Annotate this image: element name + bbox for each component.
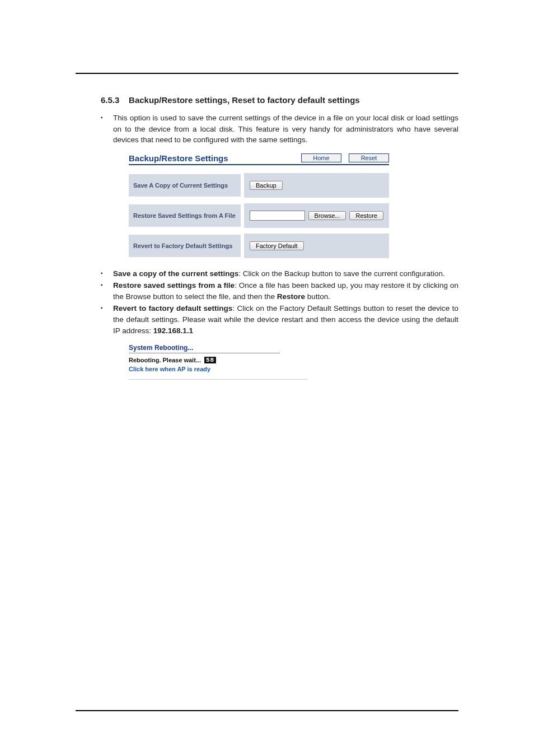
document-page: 6.5.3 Backup/Restore settings, Reset to …	[0, 0, 534, 756]
row-restore-label: Restore Saved Settings from A File	[129, 204, 241, 227]
row-revert-controls: Factory Default	[244, 234, 389, 258]
panel-title: Backup/Restore Settings	[129, 153, 228, 163]
home-button[interactable]: Home	[301, 153, 341, 162]
reboot-status-line: Rebooting. Please wait... 58	[129, 357, 280, 363]
row-save-controls: Backup	[244, 173, 389, 198]
factory-default-button[interactable]: Factory Default	[250, 241, 304, 250]
panel-divider	[129, 164, 389, 165]
bullet-revert-ip: 192.168.1.1	[153, 326, 193, 335]
section-title-text: Backup/Restore settings, Reset to factor…	[129, 95, 360, 105]
section-heading: 6.5.3 Backup/Restore settings, Reset to …	[101, 95, 458, 105]
bullet-restore-bold2: Restore	[277, 292, 305, 301]
backup-button[interactable]: Backup	[250, 181, 283, 190]
reset-button[interactable]: Reset	[349, 153, 389, 162]
reboot-countdown: 58	[204, 357, 216, 363]
bullet-revert: Revert to factory default settings: Clic…	[101, 303, 458, 336]
bullet-restore: Restore saved settings from a file: Once…	[101, 280, 458, 302]
backup-restore-panel: Backup/Restore Settings Home Reset Save …	[129, 153, 389, 258]
bullet-restore-rest2: button.	[305, 292, 330, 301]
panel-header-buttons: Home Reset	[301, 153, 389, 162]
row-revert-settings: Revert to Factory Default Settings Facto…	[129, 234, 389, 258]
restore-file-input[interactable]	[250, 211, 305, 221]
intro-bullet-list: This option is used to save the current …	[101, 113, 458, 146]
browse-button[interactable]: Browse...	[308, 211, 346, 220]
section-number: 6.5.3	[101, 95, 119, 105]
restore-button[interactable]: Restore	[349, 211, 383, 220]
reboot-status-text: Rebooting. Please wait...	[129, 357, 201, 363]
row-revert-label: Revert to Factory Default Settings	[129, 235, 241, 257]
intro-bullet: This option is used to save the current …	[101, 113, 458, 146]
row-restore-controls: Browse... Restore	[244, 203, 389, 228]
bullet-save-copy-bold: Save a copy of the current settings	[113, 269, 238, 278]
system-rebooting-panel: System Rebooting... Rebooting. Please wa…	[129, 344, 280, 380]
panel-header: Backup/Restore Settings Home Reset	[129, 153, 389, 164]
bullet-save-copy: Save a copy of the current settings: Cli…	[101, 268, 458, 279]
row-save-label: Save A Copy of Current Settings	[129, 174, 241, 197]
reboot-title: System Rebooting...	[129, 344, 280, 353]
row-restore-settings: Restore Saved Settings from A File Brows…	[129, 203, 389, 228]
bullet-save-copy-rest: : Click on the Backup button to save the…	[238, 269, 444, 278]
row-save-settings: Save A Copy of Current Settings Backup	[129, 173, 389, 198]
reboot-ready-link[interactable]: Click here when AP is ready	[129, 366, 280, 372]
bullet-restore-bold: Restore saved settings from a file	[113, 281, 235, 290]
explanation-bullet-list: Save a copy of the current settings: Cli…	[101, 268, 458, 336]
reboot-divider	[129, 353, 280, 353]
bullet-revert-bold: Revert to factory default settings	[113, 304, 232, 312]
reboot-footer-divider	[129, 379, 308, 380]
